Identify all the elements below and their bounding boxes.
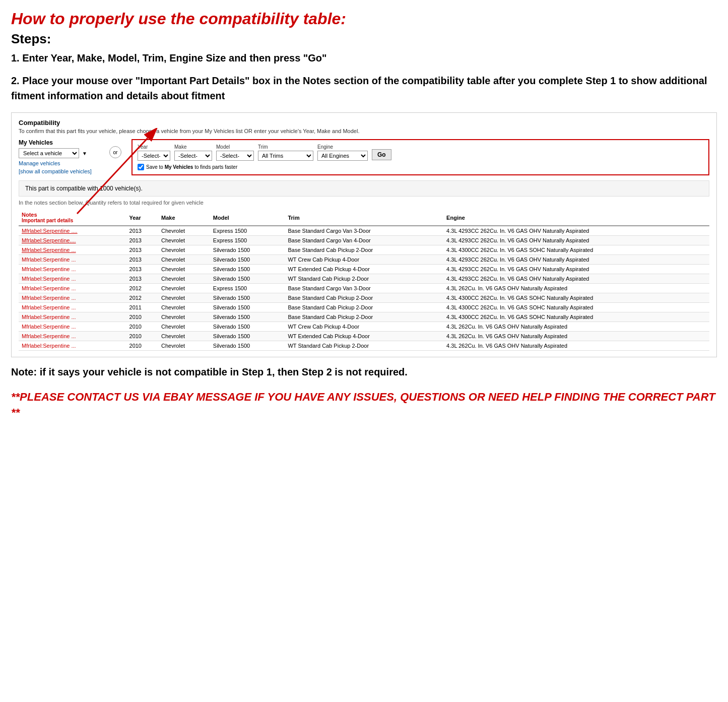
cell-year: 2010 <box>126 332 159 341</box>
step1-text: 1. Enter Year, Make, Model, Trim, Engine… <box>11 51 717 65</box>
cell-engine: 4.3L 4293CC 262Cu. In. V6 GAS OHV Natura… <box>443 274 709 284</box>
table-row: Mfrlabel:Serpentine ...2013ChevroletSilv… <box>19 245 709 255</box>
table-row: Mfrlabel:Serpentine ...2010ChevroletSilv… <box>19 322 709 332</box>
table-header-row: Notes Important part details Year Make M… <box>19 210 709 226</box>
cell-engine: 4.3L 4293CC 262Cu. In. V6 GAS OHV Natura… <box>443 236 709 245</box>
cell-model: Express 1500 <box>210 236 285 245</box>
cell-model: Silverado 1500 <box>210 332 285 341</box>
model-field-group: Model -Select- <box>216 144 254 161</box>
cell-trim: WT Extended Cab Pickup 4-Door <box>285 332 443 341</box>
cell-model: Silverado 1500 <box>210 322 285 332</box>
or-circle: or <box>109 146 121 158</box>
cell-year: 2012 <box>126 284 159 293</box>
table-row: Mfrlabel:Serpentine ...2013ChevroletSilv… <box>19 255 709 265</box>
table-row: Mfrlabel:Serpentine....2013ChevroletExpr… <box>19 236 709 245</box>
cell-model: Express 1500 <box>210 226 285 236</box>
cell-make: Chevrolet <box>158 322 210 332</box>
cell-year: 2011 <box>126 303 159 312</box>
th-engine: Engine <box>443 210 709 226</box>
save-text: Save to My Vehicles to finds parts faste… <box>146 164 237 170</box>
vehicle-select-row: Select a vehicle ▼ <box>19 148 99 158</box>
cell-make: Chevrolet <box>158 303 210 312</box>
cell-make: Chevrolet <box>158 332 210 341</box>
cell-trim: Base Standard Cab Pickup 2-Door <box>285 293 443 303</box>
compat-subtitle: To confirm that this part fits your vehi… <box>19 128 709 134</box>
cell-make: Chevrolet <box>158 341 210 351</box>
trim-field-group: Trim All Trims <box>258 144 313 161</box>
cell-trim: Base Standard Cargo Van 3-Door <box>285 226 443 236</box>
cell-make: Chevrolet <box>158 312 210 322</box>
cell-model: Silverado 1500 <box>210 245 285 255</box>
compatible-count-bar: This part is compatible with 1000 vehicl… <box>19 180 709 197</box>
cell-trim: Base Standard Cab Pickup 2-Door <box>285 245 443 255</box>
cell-model: Silverado 1500 <box>210 293 285 303</box>
cell-engine: 4.3L 4293CC 262Cu. In. V6 GAS OHV Natura… <box>443 255 709 265</box>
save-checkbox[interactable] <box>138 164 144 170</box>
table-row: Mfrlabel:Serpentine ...2012ChevroletSilv… <box>19 293 709 303</box>
engine-select[interactable]: All Engines <box>317 151 368 161</box>
cell-engine: 4.3L 4300CC 262Cu. In. V6 GAS SOHC Natur… <box>443 293 709 303</box>
cell-trim: Base Standard Cab Pickup 2-Door <box>285 303 443 312</box>
main-title: How to properly use the compatibility ta… <box>11 9 717 28</box>
vehicle-entry-row: Year -Select- Make -Select- Model -Selec… <box>138 144 703 161</box>
compat-title: Compatibility <box>19 119 709 126</box>
year-label: Year <box>138 144 170 150</box>
table-row: Mfrlabel:Serpentine ....2013ChevroletExp… <box>19 226 709 236</box>
contact-text: **PLEASE CONTACT US VIA EBAY MESSAGE IF … <box>11 390 717 421</box>
th-make: Make <box>158 210 210 226</box>
cell-model: Silverado 1500 <box>210 312 285 322</box>
model-select[interactable]: -Select- <box>216 151 254 161</box>
note-text: Note: if it says your vehicle is not com… <box>11 364 717 379</box>
year-field-group: Year -Select- <box>138 144 170 161</box>
cell-engine: 4.3L 262Cu. In. V6 GAS OHV Naturally Asp… <box>443 322 709 332</box>
cell-engine: 4.3L 262Cu. In. V6 GAS OHV Naturally Asp… <box>443 332 709 341</box>
dropdown-arrow-icon: ▼ <box>82 151 87 156</box>
vehicle-select-dropdown[interactable]: Select a vehicle <box>19 148 79 158</box>
go-button[interactable]: Go <box>372 149 391 160</box>
engine-label: Engine <box>317 144 368 150</box>
steps-heading: Steps: <box>11 31 717 47</box>
cell-model: Silverado 1500 <box>210 255 285 265</box>
cell-trim: Base Standard Cargo Van 4-Door <box>285 236 443 245</box>
cell-year: 2013 <box>126 226 159 236</box>
make-select[interactable]: -Select- <box>174 151 212 161</box>
compatibility-table: Notes Important part details Year Make M… <box>19 210 709 351</box>
cell-year: 2013 <box>126 245 159 255</box>
cell-make: Chevrolet <box>158 255 210 265</box>
make-label: Make <box>174 144 212 150</box>
cell-year: 2010 <box>126 322 159 332</box>
cell-make: Chevrolet <box>158 265 210 274</box>
cell-make: Chevrolet <box>158 284 210 293</box>
show-all-link[interactable]: [show all compatible vehicles] <box>19 168 99 174</box>
cell-engine: 4.3L 4300CC 262Cu. In. V6 GAS SOHC Natur… <box>443 245 709 255</box>
cell-make: Chevrolet <box>158 236 210 245</box>
cell-engine: 4.3L 262Cu. In. V6 GAS OHV Naturally Asp… <box>443 341 709 351</box>
table-row: Mfrlabel:Serpentine ...2011ChevroletSilv… <box>19 303 709 312</box>
year-select[interactable]: -Select- <box>138 151 170 161</box>
cell-trim: WT Crew Cab Pickup 4-Door <box>285 322 443 332</box>
cell-make: Chevrolet <box>158 274 210 284</box>
cell-trim: Base Standard Cab Pickup 2-Door <box>285 312 443 322</box>
th-notes: Notes Important part details <box>19 210 126 226</box>
cell-engine: 4.3L 262Cu. In. V6 GAS OHV Naturally Asp… <box>443 284 709 293</box>
cell-trim: WT Standard Cab Pickup 2-Door <box>285 341 443 351</box>
cell-make: Chevrolet <box>158 226 210 236</box>
table-row: Mfrlabel:Serpentine ...2010ChevroletSilv… <box>19 332 709 341</box>
trim-select[interactable]: All Trims <box>258 151 313 161</box>
quantity-note: In the notes section below, Quantity ref… <box>19 200 709 206</box>
cell-year: 2012 <box>126 293 159 303</box>
cell-make: Chevrolet <box>158 245 210 255</box>
my-vehicles-label: My Vehicles <box>19 139 99 146</box>
cell-trim: WT Extended Cab Pickup 4-Door <box>285 265 443 274</box>
cell-year: 2013 <box>126 274 159 284</box>
cell-make: Chevrolet <box>158 293 210 303</box>
manage-vehicles-link[interactable]: Manage vehicles <box>19 160 99 166</box>
cell-year: 2013 <box>126 265 159 274</box>
cell-model: Express 1500 <box>210 284 285 293</box>
cell-engine: 4.3L 4300CC 262Cu. In. V6 GAS SOHC Natur… <box>443 312 709 322</box>
vehicle-entry-form: Year -Select- Make -Select- Model -Selec… <box>131 139 709 175</box>
th-trim: Trim <box>285 210 443 226</box>
cell-model: Silverado 1500 <box>210 274 285 284</box>
cell-model: Silverado 1500 <box>210 303 285 312</box>
cell-trim: WT Standard Cab Pickup 2-Door <box>285 274 443 284</box>
